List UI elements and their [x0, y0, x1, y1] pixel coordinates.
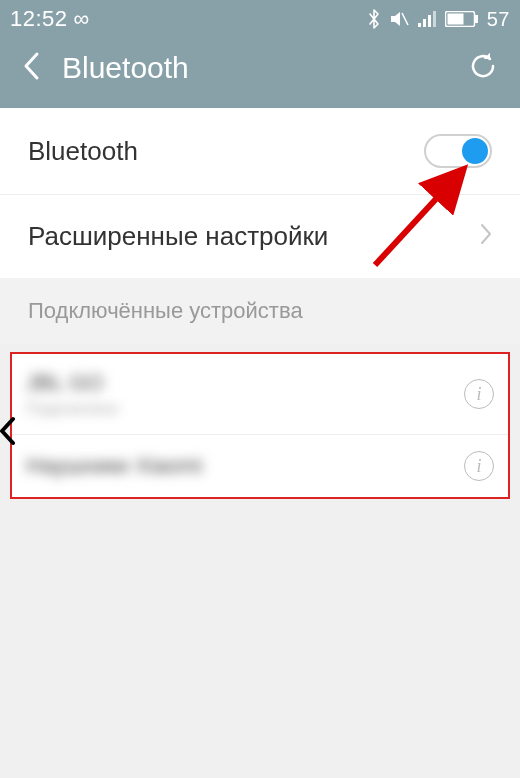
refresh-button[interactable]	[468, 51, 498, 85]
chevron-right-icon	[480, 221, 492, 252]
signal-icon	[417, 11, 437, 27]
svg-line-0	[402, 13, 408, 25]
connected-section-title: Подключённые устройства	[0, 278, 520, 344]
status-time: 12:52	[10, 6, 68, 32]
svg-rect-2	[423, 19, 426, 27]
status-left: 12:52 ∞	[10, 6, 90, 32]
device-row[interactable]: Наушники Xiaomi i	[12, 434, 508, 497]
device-row[interactable]: JBL GO Подключено i	[12, 354, 508, 434]
content: Bluetooth Расширенные настройки	[0, 108, 520, 278]
bluetooth-row: Bluetooth	[0, 108, 520, 194]
info-icon[interactable]: i	[464, 379, 494, 409]
toggle-knob	[462, 138, 488, 164]
bluetooth-toggle[interactable]	[424, 134, 492, 168]
svg-rect-4	[433, 11, 436, 27]
device-info: Наушники Xiaomi	[26, 453, 450, 479]
bluetooth-icon	[367, 9, 381, 29]
mute-icon	[389, 10, 409, 28]
status-right: 57	[367, 8, 510, 31]
info-icon[interactable]: i	[464, 451, 494, 481]
advanced-settings-row[interactable]: Расширенные настройки	[0, 194, 520, 278]
battery-icon	[445, 11, 479, 27]
infinity-icon: ∞	[74, 6, 90, 32]
svg-rect-6	[447, 14, 463, 25]
device-status: Подключено	[26, 400, 450, 418]
back-button[interactable]	[22, 51, 40, 85]
device-name: Наушники Xiaomi	[26, 453, 450, 479]
header: Bluetooth	[0, 38, 520, 108]
battery-percent: 57	[487, 8, 510, 31]
svg-rect-7	[475, 15, 478, 23]
status-bar: 12:52 ∞	[0, 0, 520, 38]
svg-rect-1	[418, 23, 421, 27]
bluetooth-label: Bluetooth	[28, 136, 138, 167]
advanced-settings-label: Расширенные настройки	[28, 221, 328, 252]
device-list: JBL GO Подключено i Наушники Xiaomi i	[10, 352, 510, 499]
device-name: JBL GO	[26, 370, 450, 396]
edge-chevron-icon	[0, 415, 16, 454]
svg-rect-3	[428, 15, 431, 27]
device-info: JBL GO Подключено	[26, 370, 450, 418]
page-title: Bluetooth	[62, 51, 468, 85]
